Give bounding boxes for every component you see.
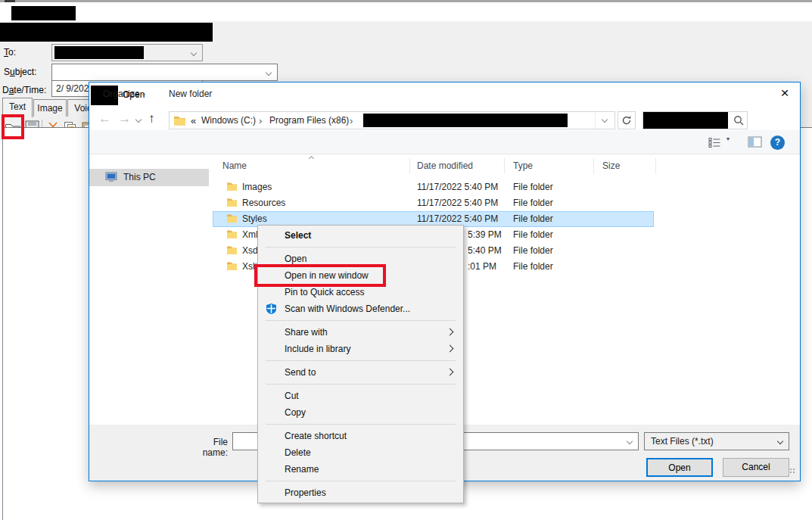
breadcrumb-separator: › — [259, 115, 262, 126]
file-row[interactable]: Images 11/17/2022 5:40 PM File folder — [209, 179, 800, 195]
breadcrumb-overflow[interactable]: « — [191, 115, 196, 126]
folder-icon — [226, 198, 238, 207]
computer-icon — [105, 172, 117, 182]
column-divider — [593, 158, 594, 173]
menu-item-scan-with-windows-defender[interactable]: Scan with Windows Defender... — [258, 300, 463, 317]
preview-pane-icon[interactable] — [748, 136, 762, 148]
folder-icon — [226, 213, 238, 223]
column-header-date-modified[interactable]: Date modified — [417, 160, 473, 171]
datetime-value: 2/ 9/202 — [56, 83, 89, 94]
view-list-icon[interactable] — [708, 137, 721, 148]
annotation-open-in-new-window — [254, 264, 386, 287]
refresh-icon — [621, 115, 632, 126]
close-icon: × — [780, 85, 789, 101]
menu-item-select[interactable]: Select — [258, 227, 463, 244]
recent-locations-chevron-icon[interactable] — [135, 117, 142, 123]
breadcrumb-item[interactable]: Windows (C:) — [201, 115, 256, 126]
redaction-box — [0, 23, 213, 42]
folder-icon — [226, 182, 238, 191]
back-icon: ← — [98, 111, 111, 126]
forward-icon: → — [118, 111, 131, 126]
resize-grip[interactable] — [790, 472, 792, 473]
menu-separator — [266, 320, 456, 321]
redaction-box — [54, 46, 144, 59]
folder-icon — [173, 115, 186, 126]
screen: To: Subject: Date/Time: 2/ 9/202 Text Im… — [0, 0, 812, 520]
to-label: To: — [4, 47, 16, 58]
redaction-box — [11, 6, 76, 20]
app-menubar — [0, 2, 812, 21]
column-divider — [504, 158, 505, 173]
file-type-select[interactable]: Text Files (*.txt) — [644, 432, 789, 450]
breadcrumb-item[interactable]: Program Files (x86) — [269, 115, 349, 126]
datetime-label: Date/Time: — [2, 85, 46, 95]
menu-item-rename[interactable]: Rename — [258, 461, 463, 478]
command-bar — [89, 130, 800, 154]
submenu-arrow-icon — [446, 329, 454, 336]
chevron-down-icon — [777, 438, 783, 444]
sidebar-item-this-pc[interactable]: This PC — [89, 169, 209, 186]
new-folder-button[interactable]: New folder — [169, 89, 212, 99]
menu-item-create-shortcut[interactable]: Create shortcut — [258, 428, 463, 444]
file-name-label: File name: — [186, 437, 228, 458]
up-icon: ↑ — [148, 111, 155, 126]
menu-item-delete[interactable]: Delete — [258, 444, 463, 461]
menu-separator — [266, 481, 456, 481]
submenu-arrow-icon — [446, 369, 454, 376]
folder-icon — [226, 261, 238, 271]
chevron-down-icon — [191, 50, 197, 56]
menu-item-cut[interactable]: Cut — [258, 388, 463, 404]
column-divider — [655, 158, 656, 173]
redaction-box — [363, 114, 568, 127]
caret-down-icon: ▾ — [142, 92, 145, 98]
chevron-down-icon — [602, 117, 608, 123]
menu-separator — [266, 384, 456, 385]
chevron-down-icon — [627, 438, 633, 444]
redaction-box — [643, 112, 728, 129]
menu-separator — [266, 360, 456, 361]
menu-item-include-in-library[interactable]: Include in library — [258, 341, 463, 357]
refresh-button[interactable] — [618, 111, 636, 129]
address-bar[interactable]: « Windows (C:) › Program Files (x86) › — [169, 111, 615, 129]
menu-separator — [266, 247, 456, 248]
address-dropdown-button[interactable] — [595, 112, 614, 129]
search-input[interactable] — [642, 111, 748, 129]
sort-ascending-icon — [309, 156, 314, 161]
close-button[interactable]: × — [769, 83, 801, 105]
open-button[interactable]: Open — [646, 458, 713, 477]
chevron-down-icon — [266, 70, 272, 76]
back-button[interactable]: ← — [98, 110, 111, 128]
up-button[interactable]: ↑ — [148, 110, 155, 128]
help-icon: ? — [775, 137, 780, 148]
tab-image[interactable]: Image — [33, 99, 67, 117]
breadcrumb-separator: › — [350, 115, 353, 126]
cancel-button[interactable]: Cancel — [723, 458, 789, 477]
annotation-open-file-icon — [2, 114, 24, 139]
defender-shield-icon — [265, 303, 278, 315]
menu-item-properties[interactable]: Properties — [258, 484, 463, 501]
column-header-name[interactable]: Name — [222, 160, 247, 171]
folder-icon — [226, 245, 238, 255]
organize-button[interactable]: Organize ▾ — [103, 89, 145, 99]
search-icon — [733, 115, 745, 126]
menu-item-send-to[interactable]: Send to — [258, 364, 463, 381]
forward-button[interactable]: → — [118, 110, 131, 128]
views-caret-icon[interactable]: ▾ — [726, 135, 730, 142]
menu-item-copy[interactable]: Copy — [258, 404, 463, 421]
menu-item-share-with[interactable]: Share with — [258, 324, 463, 341]
column-header-type[interactable]: Type — [513, 160, 533, 171]
folder-icon — [226, 229, 238, 239]
file-row[interactable]: Resources 11/17/2022 5:40 PM File folder — [209, 195, 800, 211]
subject-label: Subject: — [4, 67, 36, 77]
subject-combobox[interactable] — [51, 64, 278, 81]
column-header-size[interactable]: Size — [602, 160, 620, 171]
menu-separator — [266, 424, 456, 425]
column-divider — [409, 158, 410, 173]
submenu-arrow-icon — [446, 345, 454, 353]
help-button[interactable]: ? — [770, 135, 785, 150]
